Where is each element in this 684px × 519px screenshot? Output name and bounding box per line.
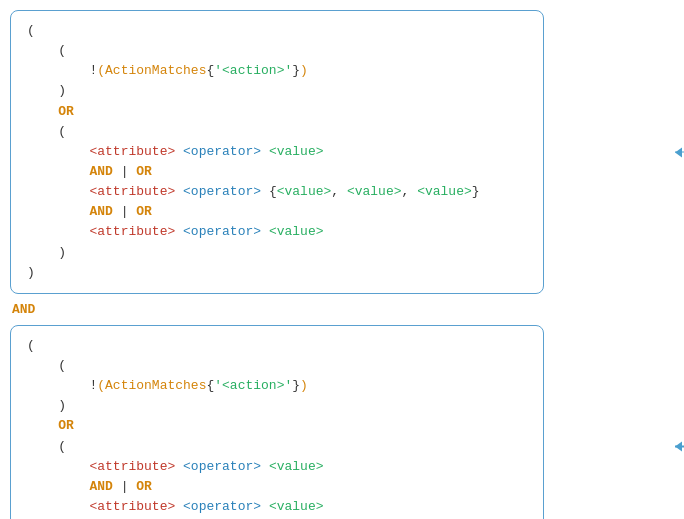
condition-2-wrapper: ( ( !(ActionMatches{'<action>'}) ) OR ( … bbox=[10, 325, 674, 519]
c2-line-5: OR bbox=[27, 416, 527, 436]
line-8: AND | OR bbox=[27, 162, 527, 182]
line-11: <attribute> <operator> <value> bbox=[27, 222, 527, 242]
condition-1-block: ( ( !(ActionMatches{'<action>'}) ) OR ( … bbox=[10, 10, 544, 294]
line-3: !(ActionMatches{'<action>'}) bbox=[27, 61, 527, 81]
condition-2-label: Condition #2 bbox=[675, 439, 684, 454]
c2-line-4: ) bbox=[27, 396, 527, 416]
and-separator: AND bbox=[10, 302, 674, 317]
line-2: ( bbox=[27, 41, 527, 61]
c2-line-6: ( bbox=[27, 437, 527, 457]
c2-line-3: !(ActionMatches{'<action>'}) bbox=[27, 376, 527, 396]
line-5: OR bbox=[27, 102, 527, 122]
c2-line-7: <attribute> <operator> <value> bbox=[27, 457, 527, 477]
arrow-shaft-1 bbox=[675, 151, 684, 153]
c2-line-2: ( bbox=[27, 356, 527, 376]
c2-line-9: <attribute> <operator> <value> bbox=[27, 497, 527, 517]
condition-1-wrapper: ( ( !(ActionMatches{'<action>'}) ) OR ( … bbox=[10, 10, 674, 294]
condition-2-arrow: Condition #2 bbox=[675, 439, 684, 454]
line-6: ( bbox=[27, 122, 527, 142]
line-1: ( bbox=[27, 21, 527, 41]
condition-1-arrow: Condition #1 bbox=[675, 144, 684, 159]
line-7: <attribute> <operator> <value> bbox=[27, 142, 527, 162]
c2-line-8: AND | OR bbox=[27, 477, 527, 497]
c2-line-1: ( bbox=[27, 336, 527, 356]
condition-1-label: Condition #1 bbox=[675, 144, 684, 159]
line-13: ) bbox=[27, 263, 527, 283]
line-10: AND | OR bbox=[27, 202, 527, 222]
line-12: ) bbox=[27, 243, 527, 263]
line-4: ) bbox=[27, 81, 527, 101]
condition-2-block: ( ( !(ActionMatches{'<action>'}) ) OR ( … bbox=[10, 325, 544, 519]
line-9: <attribute> <operator> {<value>, <value>… bbox=[27, 182, 527, 202]
arrow-shaft-2 bbox=[675, 446, 684, 448]
